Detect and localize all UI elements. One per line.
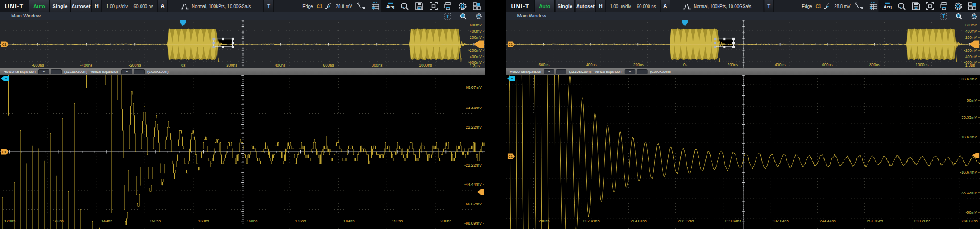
acquisition-readout[interactable]: Normal, 100kPts, 10.00GSa/s — [670, 0, 763, 12]
acq-icon-label: Acq — [883, 4, 891, 9]
vertical-expand-increase-button[interactable]: + — [121, 69, 132, 74]
time-label: 0s — [181, 63, 186, 67]
vertical-expansion-label: Vertical Expansion — [594, 69, 621, 75]
horizontal-expand-increase-button[interactable]: + — [38, 69, 49, 74]
time-label: 200ns — [226, 63, 237, 67]
vertical-expand-increase-button[interactable]: + — [625, 69, 635, 74]
voltage-label: -22.22mV — [464, 163, 482, 167]
settings-gear-icon[interactable] — [457, 1, 468, 12]
selector-handle — [232, 38, 234, 40]
single-button[interactable]: Single — [50, 0, 70, 12]
trigger-menu-key[interactable]: T — [764, 0, 773, 12]
brand-logo: UNI-T — [506, 0, 534, 12]
search-icon-button[interactable] — [897, 1, 907, 12]
window-settings-icon[interactable] — [971, 13, 978, 20]
trigger-source: C1 — [317, 4, 323, 9]
window-layout-icon-button[interactable] — [471, 1, 482, 12]
zoom-waveform-view[interactable]: 128ns136ns144ns152ns160ns168ns176ns184ns… — [0, 75, 485, 229]
titlebar-icon-cluster: T — [940, 12, 979, 20]
waveform-cursor-icon-button[interactable] — [854, 1, 864, 12]
time-label: -200ns — [128, 63, 141, 67]
waveform-cursor-icon[interactable] — [854, 1, 864, 12]
voltage-label: -50mV — [965, 210, 977, 215]
window-layout-icon[interactable] — [471, 1, 482, 12]
zoom-waveform-view[interactable]: 200ns207.41ns214.81ns222.22ns229.63ns237… — [506, 75, 980, 229]
selector-handle — [732, 42, 735, 44]
search-icon-button[interactable] — [399, 1, 410, 12]
voltage-label: 600mV — [965, 23, 977, 27]
voltage-label: 200mV — [470, 35, 482, 40]
autoset-button[interactable]: Autoset — [70, 0, 91, 12]
save-icon[interactable] — [414, 1, 425, 12]
save-icon-button[interactable] — [910, 1, 921, 12]
zoom-in-icon[interactable] — [460, 13, 467, 20]
autoset-button[interactable]: Autoset — [575, 0, 595, 12]
trigger-level: 28.8 mV — [335, 4, 352, 9]
settings-gear-icon-button[interactable] — [457, 1, 468, 12]
measure-grid-icon-button[interactable] — [868, 1, 878, 12]
search-icon[interactable] — [897, 1, 907, 12]
printer-icon-button[interactable] — [939, 1, 949, 12]
main-waveform-view[interactable]: C1-600ns-400ns-200ns0s200ns400ns600ns800… — [0, 20, 485, 68]
measure-grid-icon[interactable] — [370, 1, 381, 12]
waveform-cursor-icon[interactable] — [356, 1, 367, 12]
horizontal-expand-decrease-button[interactable]: - — [556, 69, 566, 74]
horizontal-expand-increase-button[interactable]: + — [544, 69, 554, 74]
timebase-readout[interactable]: 1.00 μs/div -60.000 ns — [102, 0, 157, 12]
screen-capture-icon-button[interactable] — [428, 1, 439, 12]
time-label: 600ns — [323, 63, 334, 67]
voltage-label: 600mV — [470, 23, 482, 27]
run-mode-button[interactable]: Auto — [29, 0, 50, 12]
pulse-icon — [180, 2, 189, 10]
window-layout-icon[interactable] — [967, 1, 977, 12]
measure-grid-icon-button[interactable] — [370, 1, 381, 12]
window-settings-icon[interactable] — [476, 13, 482, 20]
run-mode-label: Auto — [539, 4, 550, 9]
horizontal-menu-key[interactable]: H — [596, 0, 605, 12]
trigger-menu-key[interactable]: T — [264, 0, 273, 12]
horizontal-menu-key[interactable]: H — [92, 0, 101, 12]
main-waveform-view[interactable]: C1-600ns-400ns-200ns0s200ns400ns600ns800… — [506, 20, 980, 68]
acquisition-readout[interactable]: Normal, 100kPts, 10.00GSa/s — [168, 0, 263, 12]
selector-handle — [212, 42, 215, 44]
zoom-in-icon[interactable] — [955, 13, 962, 20]
timebase-readout[interactable]: 1.00 μs/div -60.000 ns — [606, 0, 660, 12]
save-icon-button[interactable] — [414, 1, 425, 12]
printer-icon[interactable] — [939, 1, 949, 12]
time-label: 200ns — [440, 219, 451, 223]
acquire-acq-icon[interactable]: Acq — [882, 1, 893, 12]
screen-capture-icon-button[interactable] — [925, 1, 935, 12]
printer-icon-button[interactable] — [442, 1, 453, 12]
oscilloscope-screen: UNI-T Auto Single Autoset H 1.00 μs/div … — [506, 0, 980, 229]
vertical-expand-decrease-button[interactable]: - — [134, 69, 145, 74]
text-annotation-icon[interactable]: T — [940, 13, 947, 20]
acquire-acq-icon[interactable]: Acq — [385, 1, 396, 12]
screen-capture-icon[interactable] — [925, 1, 935, 12]
settings-gear-icon-button[interactable] — [953, 1, 963, 12]
waveform-cursor-icon-button[interactable] — [356, 1, 367, 12]
screen-capture-icon[interactable] — [428, 1, 439, 12]
acquire-menu-key[interactable]: A — [661, 0, 670, 12]
time-label: 192ns — [392, 219, 403, 223]
acquire-acq-icon-button[interactable]: Acq — [385, 1, 396, 12]
search-icon[interactable] — [399, 1, 410, 12]
selector-handle — [714, 42, 716, 44]
top-toolbar: UNI-T Auto Single Autoset H 1.00 μs/div … — [0, 0, 485, 12]
settings-gear-icon[interactable] — [953, 1, 963, 12]
printer-icon[interactable] — [442, 1, 453, 12]
single-button[interactable]: Single — [555, 0, 575, 12]
selector-handle — [723, 46, 725, 48]
voltage-label: 400mV — [965, 29, 977, 33]
run-mode-button[interactable]: Auto — [535, 0, 555, 12]
run-mode-label: Auto — [33, 4, 45, 9]
time-label: 237.04ns — [773, 219, 789, 223]
text-annotation-icon[interactable]: T — [444, 13, 451, 20]
acquire-menu-key[interactable]: A — [158, 0, 167, 12]
vertical-expand-decrease-button[interactable]: - — [637, 69, 647, 74]
window-layout-icon-button[interactable] — [967, 1, 977, 12]
horizontal-expand-decrease-button[interactable]: - — [51, 69, 62, 74]
measure-grid-icon[interactable] — [868, 1, 878, 12]
trigger-type: Edge — [302, 4, 313, 9]
acquire-acq-icon-button[interactable]: Acq — [882, 1, 893, 12]
save-icon[interactable] — [910, 1, 921, 12]
